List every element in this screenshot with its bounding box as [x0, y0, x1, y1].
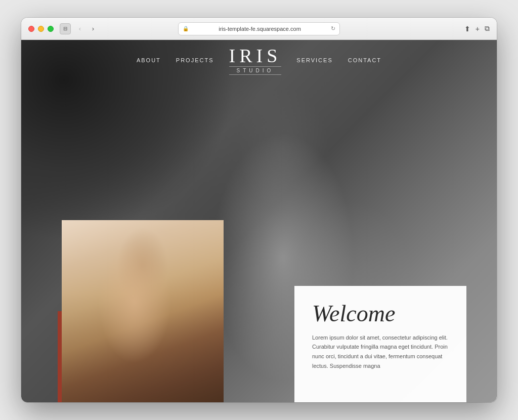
- nav-left: ABOUT PROJECTS: [137, 57, 214, 63]
- secondary-figure: [62, 220, 224, 402]
- logo-subtitle: STUDIO: [229, 66, 282, 75]
- nav-buttons: ‹ ›: [74, 23, 99, 34]
- website: ABOUT PROJECTS IRIS STUDIO SERVICES CONT…: [21, 40, 497, 402]
- nav-contact[interactable]: CONTACT: [348, 57, 381, 63]
- forward-button[interactable]: ›: [87, 23, 99, 34]
- lock-icon: 🔒: [183, 26, 189, 31]
- toolbar-right: ⬆ + ⧉: [464, 24, 490, 33]
- nav-about[interactable]: ABOUT: [137, 57, 161, 63]
- new-tab-icon[interactable]: +: [476, 25, 480, 33]
- site-navigation: ABOUT PROJECTS IRIS STUDIO SERVICES CONT…: [21, 40, 497, 80]
- welcome-body: Lorem ipsum dolor sit amet, consectetur …: [312, 333, 449, 371]
- tabs-icon[interactable]: ⧉: [485, 24, 490, 33]
- address-bar[interactable]: 🔒 iris-template-fe.squarespace.com ↻: [178, 22, 340, 35]
- sidebar-toggle[interactable]: ⊟: [60, 23, 71, 34]
- nav-services[interactable]: SERVICES: [296, 57, 332, 63]
- traffic-lights: [28, 26, 54, 32]
- welcome-title: Welcome: [312, 301, 449, 327]
- maximize-button[interactable]: [48, 26, 54, 32]
- welcome-panel: Welcome Lorem ipsum dolor sit amet, cons…: [294, 286, 466, 402]
- url-text: iris-template-fe.squarespace.com: [191, 26, 328, 32]
- nav-projects[interactable]: PROJECTS: [176, 57, 214, 63]
- logo-title: IRIS: [229, 46, 282, 65]
- secondary-image: [62, 220, 224, 402]
- browser-window: ⊟ ‹ › 🔒 iris-template-fe.squarespace.com…: [21, 18, 497, 402]
- window-controls: ⊟: [60, 23, 71, 34]
- minimize-button[interactable]: [38, 26, 44, 32]
- nav-right: SERVICES CONTACT: [296, 57, 381, 63]
- refresh-button[interactable]: ↻: [331, 25, 335, 32]
- close-button[interactable]: [28, 26, 34, 32]
- site-logo[interactable]: IRIS STUDIO: [214, 46, 297, 75]
- title-bar: ⊟ ‹ › 🔒 iris-template-fe.squarespace.com…: [21, 18, 497, 40]
- back-button[interactable]: ‹: [74, 23, 86, 34]
- red-accent-bar: [58, 311, 62, 402]
- browser-content: ABOUT PROJECTS IRIS STUDIO SERVICES CONT…: [21, 40, 497, 402]
- share-icon[interactable]: ⬆: [464, 25, 470, 33]
